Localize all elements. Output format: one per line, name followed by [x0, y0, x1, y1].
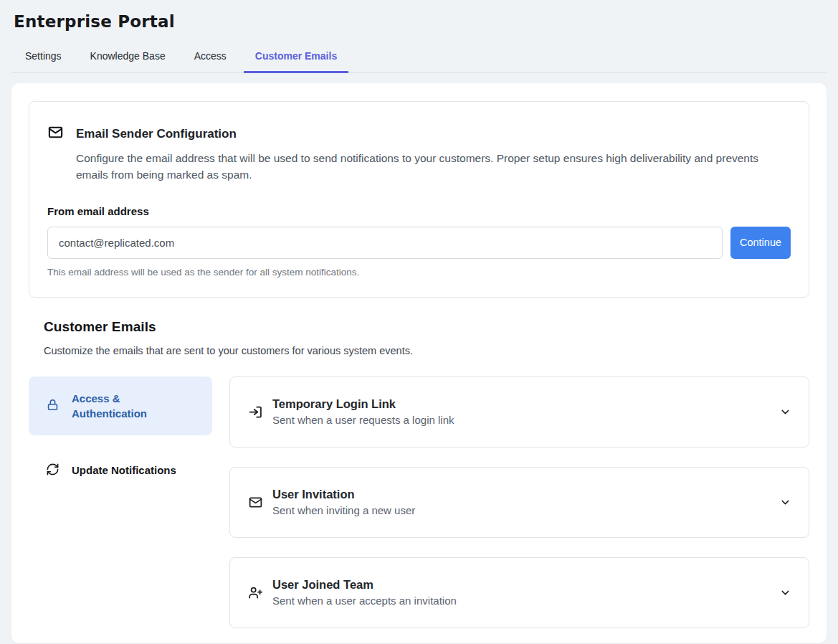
chevron-down-icon[interactable]: [779, 406, 791, 418]
email-sender-config-card: Email Sender Configuration Configure the…: [29, 101, 809, 298]
user-plus-icon: [248, 585, 263, 600]
tab-knowledge-base[interactable]: Knowledge Base: [79, 46, 177, 72]
continue-button[interactable]: Continue: [730, 227, 791, 259]
email-card-subtitle: Sent when a user accepts an invitation: [272, 595, 779, 607]
chevron-down-icon[interactable]: [779, 496, 791, 508]
page-header: Enterprise Portal: [0, 0, 838, 31]
tab-access[interactable]: Access: [183, 46, 238, 72]
email-card-user-invitation[interactable]: User Invitation Sent when inviting a new…: [229, 467, 809, 538]
from-email-input[interactable]: [47, 227, 723, 259]
sender-config-description: Configure the email address that will be…: [76, 150, 779, 184]
email-template-list: Temporary Login Link Sent when a user re…: [229, 377, 809, 628]
tab-bar: Settings Knowledge Base Access Customer …: [11, 46, 827, 73]
email-card-title: User Invitation: [272, 488, 779, 501]
email-card-title: User Joined Team: [272, 578, 779, 592]
sidebar-item-label: Update Notifications: [72, 464, 176, 476]
tab-settings[interactable]: Settings: [14, 46, 73, 72]
sidebar-item-label: Access & Authentication: [72, 391, 172, 421]
email-card-temporary-login-link[interactable]: Temporary Login Link Sent when a user re…: [229, 377, 809, 448]
email-category-sidebar: Access & Authentication Update Notificat…: [29, 377, 212, 628]
tab-customer-emails[interactable]: Customer Emails: [244, 46, 348, 72]
customer-emails-subtitle: Customize the emails that are sent to yo…: [44, 345, 809, 356]
from-email-label: From email address: [47, 205, 791, 217]
email-card-title: Temporary Login Link: [272, 397, 779, 411]
mail-icon: [47, 124, 64, 143]
email-card-subtitle: Sent when inviting a new user: [272, 504, 779, 516]
chevron-down-icon[interactable]: [779, 587, 791, 599]
email-card-user-joined-team[interactable]: User Joined Team Sent when a user accept…: [229, 557, 809, 628]
login-icon: [248, 404, 263, 420]
email-card-subtitle: Sent when a user requests a login link: [272, 414, 779, 426]
sidebar-item-update-notifications[interactable]: Update Notifications: [29, 453, 212, 488]
mail-icon: [248, 495, 263, 510]
from-email-helper-text: This email address will be used as the s…: [47, 267, 791, 278]
refresh-icon: [46, 463, 59, 478]
customer-emails-title: Customer Emails: [44, 319, 809, 335]
page-title: Enterprise Portal: [14, 12, 824, 31]
sidebar-item-access-authentication[interactable]: Access & Authentication: [29, 377, 212, 435]
main-panel: Email Sender Configuration Configure the…: [11, 83, 827, 643]
lock-icon: [46, 398, 59, 414]
sender-config-title: Email Sender Configuration: [76, 127, 237, 141]
